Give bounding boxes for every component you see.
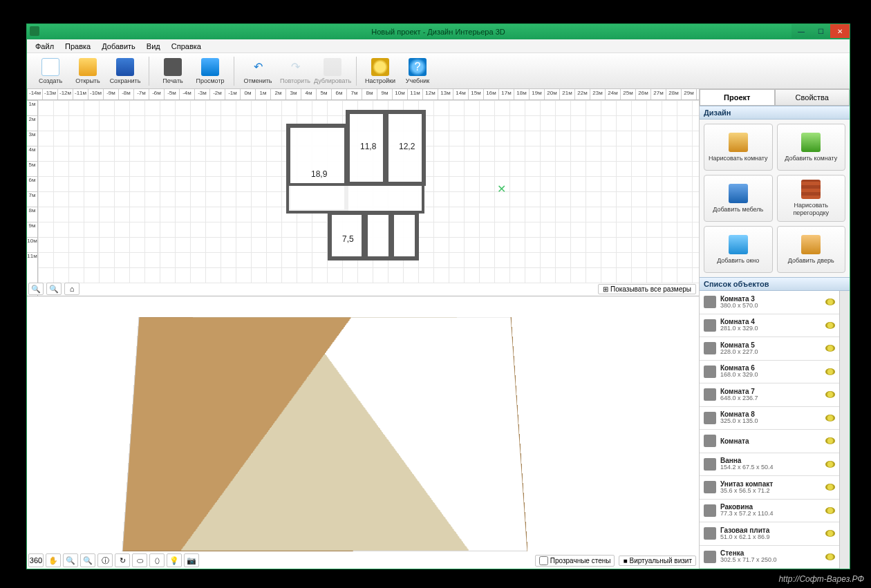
menu-file[interactable]: Файл bbox=[30, 41, 59, 52]
object-row[interactable]: Раковина77.3 x 57.2 x 110.4 bbox=[700, 500, 839, 523]
light-button[interactable]: 💡 bbox=[167, 553, 182, 567]
visibility-eye-icon[interactable] bbox=[825, 530, 835, 537]
pencil-room-icon bbox=[729, 133, 748, 152]
menu-edit[interactable]: Правка bbox=[59, 41, 96, 52]
object-row[interactable]: Комната 5228.0 x 227.0 bbox=[700, 337, 839, 361]
menu-view[interactable]: Вид bbox=[141, 41, 166, 52]
ruler-tick: 6м bbox=[331, 89, 346, 99]
object-row[interactable]: Комната 4281.0 x 329.0 bbox=[700, 314, 839, 338]
tab-project[interactable]: Проект bbox=[700, 89, 775, 105]
camera-button[interactable]: 📷 bbox=[184, 553, 199, 567]
object-row[interactable]: Комната 7648.0 x 236.7 bbox=[700, 383, 839, 407]
view-3d-toolbar: 360 ✋ 🔍 🔍 ⓘ ↻ ⬭ ⬯ 💡 📷 bbox=[28, 553, 199, 567]
info-button[interactable]: ⓘ bbox=[97, 553, 113, 567]
preview-button[interactable]: Просмотр bbox=[192, 55, 228, 87]
visibility-eye-icon[interactable] bbox=[825, 391, 835, 398]
close-button[interactable]: ✕ bbox=[830, 24, 850, 38]
ruler-tick: 3м bbox=[27, 131, 37, 146]
separator bbox=[234, 57, 234, 86]
visibility-eye-icon[interactable] bbox=[825, 484, 835, 491]
view-3d[interactable]: 360 ✋ 🔍 🔍 ⓘ ↻ ⬭ ⬯ 💡 📷 Прозрачные стены ■… bbox=[27, 296, 699, 569]
gear-icon bbox=[371, 58, 389, 76]
visibility-eye-icon[interactable] bbox=[825, 553, 835, 560]
visibility-eye-icon[interactable] bbox=[825, 507, 835, 514]
ruler-tick: 22м bbox=[574, 89, 590, 99]
add-window-button[interactable]: Добавить окно bbox=[704, 226, 773, 273]
object-row[interactable]: Комната bbox=[700, 430, 839, 453]
scrollbar[interactable] bbox=[839, 291, 850, 569]
ruler-tick: 4м bbox=[27, 146, 37, 161]
object-dimensions: 228.0 x 227.0 bbox=[720, 349, 758, 356]
room-3[interactable]: 12,2 bbox=[384, 110, 426, 186]
select-button[interactable]: ⬭ bbox=[132, 553, 147, 567]
draw-room-button[interactable]: Нарисовать комнату bbox=[704, 124, 773, 171]
visibility-eye-icon[interactable] bbox=[825, 437, 835, 444]
menu-help[interactable]: Справка bbox=[166, 41, 207, 52]
object-icon bbox=[704, 504, 716, 517]
object-row[interactable]: Комната 3380.0 x 570.0 bbox=[700, 291, 839, 314]
room-small-2[interactable] bbox=[390, 211, 419, 260]
settings-button[interactable]: Настройки bbox=[362, 55, 398, 87]
object-row[interactable]: Стенка302.5 x 71.7 x 250.0 bbox=[700, 546, 839, 569]
plan-2d-view[interactable]: -14м-13м-12м-11м-10м-9м-8м-7м-6м-5м-4м-3… bbox=[27, 89, 699, 296]
new-button[interactable]: Создать bbox=[32, 55, 68, 87]
ruler-tick: 18м bbox=[514, 89, 529, 99]
show-all-sizes-toggle[interactable]: ⊞ Показывать все размеры bbox=[598, 284, 696, 294]
visibility-eye-icon[interactable] bbox=[825, 461, 835, 468]
ruler-tick: 7м bbox=[346, 89, 362, 99]
object-row[interactable]: Унитаз компакт35.6 x 56.5 x 71.2 bbox=[700, 476, 839, 500]
undo-button[interactable]: ↶Отменить bbox=[240, 55, 276, 87]
monitor-icon bbox=[201, 58, 219, 76]
room-2[interactable]: 11,8 bbox=[346, 110, 387, 186]
object-dimensions: 281.0 x 329.0 bbox=[720, 325, 758, 332]
floorplan[interactable]: 18,9 11,8 12,2 7,5 bbox=[286, 110, 445, 272]
object-row[interactable]: Газовая плита51.0 x 62.1 x 86.9 bbox=[700, 522, 839, 546]
visibility-eye-icon[interactable] bbox=[825, 368, 835, 375]
maximize-button[interactable]: ☐ bbox=[811, 24, 830, 38]
add-door-button[interactable]: Добавить дверь bbox=[777, 226, 846, 273]
ruler-tick: 17м bbox=[498, 89, 514, 99]
visibility-eye-icon[interactable] bbox=[825, 322, 835, 329]
object-row[interactable]: Ванна154.2 x 67.5 x 50.4 bbox=[700, 453, 839, 477]
zoom-out-button[interactable]: 🔍 bbox=[28, 283, 44, 295]
ruler-tick: -10м bbox=[88, 89, 103, 99]
duplicate-button[interactable]: Дублировать bbox=[315, 55, 350, 87]
zoom-out-3d-button[interactable]: 🔍 bbox=[63, 553, 78, 567]
object-row[interactable]: Комната 6168.0 x 329.0 bbox=[700, 361, 839, 384]
ruler-tick: 25м bbox=[620, 89, 635, 99]
visibility-eye-icon[interactable] bbox=[825, 415, 835, 421]
virtual-visit-toggle[interactable]: ■ Виртуальный визит bbox=[619, 556, 696, 566]
add-furniture-button[interactable]: Добавить мебель bbox=[704, 175, 773, 222]
draw-wall-button[interactable]: Нарисовать перегородку bbox=[777, 175, 846, 222]
zoom-in-button[interactable]: 🔍 bbox=[46, 283, 62, 295]
object-list[interactable]: Комната 3380.0 x 570.0Комната 4281.0 x 3… bbox=[700, 291, 839, 569]
ruler-horizontal: -14м-13м-12м-11м-10м-9м-8м-7м-6м-5м-4м-3… bbox=[27, 89, 699, 100]
room-small-1[interactable] bbox=[364, 211, 393, 260]
visibility-eye-icon[interactable] bbox=[825, 345, 835, 352]
orbit-button[interactable]: ↻ bbox=[115, 553, 130, 567]
tab-properties[interactable]: Свойства bbox=[775, 89, 850, 105]
object-dimensions: 51.0 x 62.1 x 86.9 bbox=[720, 534, 770, 541]
hallway[interactable] bbox=[286, 183, 424, 214]
visibility-eye-icon[interactable] bbox=[825, 298, 835, 305]
home-button[interactable]: ⌂ bbox=[64, 283, 79, 295]
object-row[interactable]: Комната 8325.0 x 135.0 bbox=[700, 407, 839, 430]
print-button[interactable]: Печать bbox=[155, 55, 191, 87]
transparent-walls-checkbox[interactable]: Прозрачные стены bbox=[535, 555, 615, 567]
menu-add[interactable]: Добавить bbox=[96, 41, 141, 52]
add-room-button[interactable]: Добавить комнату bbox=[777, 124, 846, 171]
open-button[interactable]: Открыть bbox=[70, 55, 106, 87]
ruler-tick: -3м bbox=[194, 89, 209, 99]
pan-button[interactable]: ✋ bbox=[46, 553, 61, 567]
ruler-tick: 10м bbox=[27, 237, 37, 252]
ruler-tick: -12м bbox=[57, 89, 73, 99]
view-360-button[interactable]: 360 bbox=[28, 553, 44, 567]
room-4[interactable]: 7,5 bbox=[328, 211, 366, 260]
tutorial-button[interactable]: ?Учебник bbox=[400, 55, 436, 87]
save-button[interactable]: Сохранить bbox=[107, 55, 143, 87]
lasso-button[interactable]: ⬯ bbox=[149, 553, 165, 567]
redo-button[interactable]: ↷Повторить bbox=[277, 55, 313, 87]
object-icon bbox=[704, 296, 716, 308]
zoom-in-3d-button[interactable]: 🔍 bbox=[80, 553, 95, 567]
minimize-button[interactable]: — bbox=[792, 24, 811, 38]
